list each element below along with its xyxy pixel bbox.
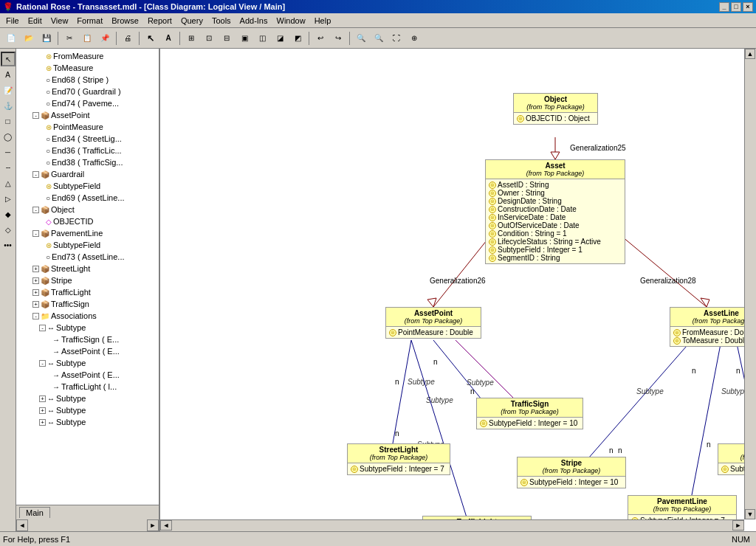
scroll-right-btn[interactable]: ► bbox=[732, 520, 744, 531]
open-button[interactable]: 📂 bbox=[21, 30, 37, 46]
tree-item-trafficlight-e[interactable]: → TrafficLight ( l... bbox=[18, 381, 157, 393]
class-trafficsign[interactable]: TrafficSign (from Top Package) ⊛SubtypeF… bbox=[476, 398, 583, 429]
undo-button[interactable]: ↩ bbox=[312, 30, 329, 46]
tree-item-end36[interactable]: ○ End36 ( TrafficLic... bbox=[18, 145, 157, 156]
text-button[interactable]: A bbox=[160, 30, 176, 46]
menu-edit[interactable]: Edit bbox=[24, 15, 47, 27]
text-tool[interactable]: A bbox=[1, 67, 16, 82]
tree-item-end73[interactable]: ○ End73 ( AssetLine... bbox=[18, 251, 157, 263]
class-streetlight[interactable]: StreetLight (from Top Package) ⊛SubtypeF… bbox=[347, 443, 450, 475]
dep-tool[interactable]: ╌ bbox=[1, 160, 16, 175]
right-scrollbar[interactable]: ▲ ▼ bbox=[744, 49, 756, 519]
scroll-left-btn[interactable]: ◄ bbox=[160, 520, 172, 531]
tree-item-end68[interactable]: ○ End68 ( Stripe ) bbox=[18, 74, 157, 86]
menu-tools[interactable]: Tools bbox=[207, 15, 236, 27]
scroll-down-btn[interactable]: ▼ bbox=[745, 509, 755, 519]
tree-item-end38[interactable]: ○ End38 ( TrafficSig... bbox=[18, 156, 157, 168]
tree-item-subtypefield-p[interactable]: ⊛ SubtypeField bbox=[18, 239, 157, 251]
tree-item-frommeasure[interactable]: ⊛ FromMeasure bbox=[18, 50, 157, 62]
menu-window[interactable]: Window bbox=[272, 15, 310, 27]
zoom-out-button[interactable]: 🔍 bbox=[371, 30, 387, 46]
tree-item-subtype1[interactable]: - ↔ Subtype bbox=[18, 322, 157, 334]
class-object[interactable]: Object (from Top Package) ⊛ OBJECTID : O… bbox=[513, 93, 598, 125]
toolbar-btn-6[interactable]: ◪ bbox=[272, 30, 288, 46]
inherit-tool[interactable]: △ bbox=[1, 176, 16, 190]
class-tool[interactable]: □ bbox=[1, 114, 16, 128]
tree-item-objectid[interactable]: ◇ OBJECTID bbox=[18, 215, 157, 227]
tree-item-end70[interactable]: ○ End70 ( Guardrail ) bbox=[18, 86, 157, 97]
redo-button[interactable]: ↪ bbox=[330, 30, 346, 46]
close-button[interactable]: × bbox=[743, 2, 753, 12]
menu-report[interactable]: Report bbox=[143, 15, 176, 27]
zoom-in-button[interactable]: 🔍 bbox=[353, 30, 369, 46]
tree-item-pavementline[interactable]: - 📦 PavementLine bbox=[18, 227, 157, 239]
menu-view[interactable]: View bbox=[47, 15, 73, 27]
tree-item-trafficlight[interactable]: + 📦 TrafficLight bbox=[18, 286, 157, 298]
scroll-left-btn[interactable]: ◄ bbox=[16, 519, 28, 531]
save-button[interactable]: 💾 bbox=[38, 30, 55, 46]
more-tool[interactable]: ••• bbox=[1, 238, 16, 252]
tree-item-subtype2[interactable]: - ↔ Subtype bbox=[18, 357, 157, 369]
tree-item-subtype4[interactable]: + ↔ Subtype bbox=[18, 404, 157, 416]
class-stripe[interactable]: Stripe (from Top Package) ⊛SubtypeField … bbox=[517, 457, 626, 488]
tree-item-subtypefield-g[interactable]: ⊛ SubtypeField bbox=[18, 180, 157, 192]
note-tool[interactable]: 📝 bbox=[1, 83, 16, 97]
tree-item-end34[interactable]: ○ End34 ( StreetLig... bbox=[18, 133, 157, 145]
tree-item-end69[interactable]: ○ End69 ( AssetLine... bbox=[18, 192, 157, 204]
tree-item-trafficsign-e[interactable]: → TrafficSign ( E... bbox=[18, 334, 157, 345]
toolbar-btn-3[interactable]: ⊟ bbox=[219, 30, 235, 46]
tree-item-pointmeasure[interactable]: ⊛ PointMeasure bbox=[18, 121, 157, 133]
diagram-area[interactable]: Generalization25 Generalization26 Genera… bbox=[160, 49, 756, 531]
tree-item-end74[interactable]: ○ End74 ( Paveme... bbox=[18, 97, 157, 109]
maximize-button[interactable]: □ bbox=[731, 2, 741, 12]
toolbar-btn-5[interactable]: ◫ bbox=[254, 30, 270, 46]
main-tab[interactable]: Main bbox=[19, 507, 50, 518]
fit-button[interactable]: ⛶ bbox=[388, 30, 405, 46]
compose-tool[interactable]: ◆ bbox=[1, 207, 16, 221]
menu-file[interactable]: File bbox=[1, 15, 24, 27]
class-asset[interactable]: Asset (from Top Package) ⊛AssetID : Stri… bbox=[485, 159, 625, 264]
tree-item-subtype3[interactable]: + ↔ Subtype bbox=[18, 393, 157, 404]
tree-item-guardrail[interactable]: - 📦 Guardrail bbox=[18, 168, 157, 180]
class-assetline[interactable]: AssetLine (from Top Package) ⊛FromMeasur… bbox=[670, 307, 756, 347]
copy-button[interactable]: 📋 bbox=[79, 30, 95, 46]
tree-item-assetpoint-e2[interactable]: → AssetPoint ( E... bbox=[18, 369, 157, 381]
interface-tool[interactable]: ◯ bbox=[1, 129, 16, 144]
tree-item-associations[interactable]: - 📁 Associations bbox=[18, 310, 157, 322]
tree-item-assetpoint[interactable]: - 📦 AssetPoint bbox=[18, 109, 157, 121]
scroll-up-btn[interactable]: ▲ bbox=[745, 49, 755, 59]
paste-button[interactable]: 📌 bbox=[97, 30, 113, 46]
new-button[interactable]: 📄 bbox=[3, 30, 19, 46]
toolbar-btn-4[interactable]: ▣ bbox=[236, 30, 252, 46]
scroll-right-btn[interactable]: ► bbox=[147, 519, 159, 531]
toolbar-btn-1[interactable]: ⊞ bbox=[183, 30, 199, 46]
anchor-tool[interactable]: ⚓ bbox=[1, 98, 16, 113]
tree-item-assetpoint-e1[interactable]: → AssetPoint ( E... bbox=[18, 345, 157, 357]
arrow-tool[interactable]: ↖ bbox=[1, 52, 16, 66]
assoc-tool[interactable]: ─ bbox=[1, 145, 16, 159]
aggr-tool[interactable]: ◇ bbox=[1, 222, 16, 237]
menu-help[interactable]: Help bbox=[310, 15, 336, 27]
zoom-100-button[interactable]: ⊕ bbox=[406, 30, 422, 46]
arrow-icon: → bbox=[52, 371, 60, 379]
tree-item-tomeasure[interactable]: ⊛ ToMeasure bbox=[18, 62, 157, 74]
svg-marker-1 bbox=[551, 152, 560, 159]
tree-item-trafficsign[interactable]: + 📦 TrafficSign bbox=[18, 298, 157, 310]
cut-button[interactable]: ✂ bbox=[61, 30, 78, 46]
toolbar-btn-2[interactable]: ⊡ bbox=[201, 30, 217, 46]
menu-format[interactable]: Format bbox=[72, 15, 107, 27]
tree-item-streetlight[interactable]: + 📦 StreetLight bbox=[18, 263, 157, 274]
print-button[interactable]: 🖨 bbox=[120, 30, 136, 46]
tree-item-stripe[interactable]: + 📦 Stripe bbox=[18, 274, 157, 286]
menu-browse[interactable]: Browse bbox=[107, 15, 143, 27]
realize-tool[interactable]: ▷ bbox=[1, 191, 16, 206]
menu-addins[interactable]: Add-Ins bbox=[236, 15, 272, 27]
tree-item-subtype5[interactable]: + ↔ Subtype bbox=[18, 416, 157, 428]
select-button[interactable]: ↖ bbox=[142, 30, 159, 46]
tree-item-object[interactable]: - 📦 Object bbox=[18, 204, 157, 215]
minimize-button[interactable]: _ bbox=[719, 2, 729, 12]
menu-query[interactable]: Query bbox=[176, 15, 207, 27]
class-assetpoint[interactable]: AssetPoint (from Top Package) ⊛PointMeas… bbox=[385, 307, 481, 339]
bottom-scrollbar[interactable]: ◄ ► bbox=[160, 519, 744, 531]
toolbar-btn-7[interactable]: ◩ bbox=[289, 30, 306, 46]
